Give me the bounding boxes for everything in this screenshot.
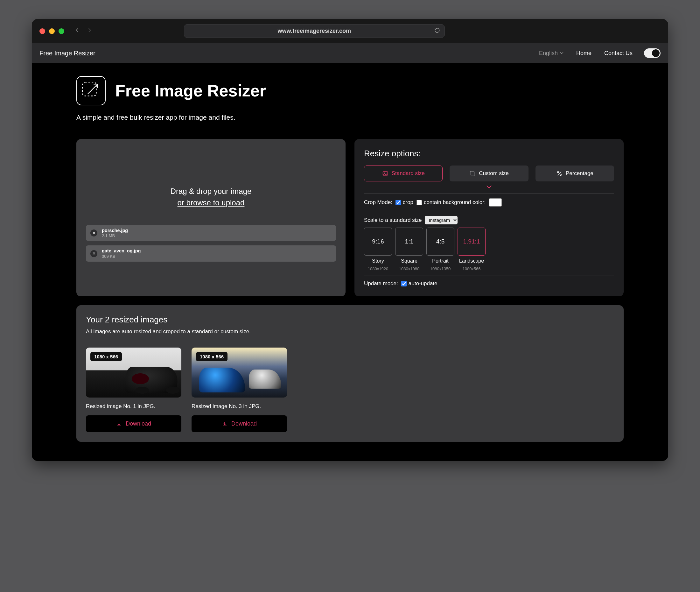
refresh-icon[interactable] [434,28,440,35]
window-minimize-button[interactable] [49,28,55,34]
file-name: porsche.jpg [102,228,128,233]
tab-label: Percentage [566,170,593,177]
ratio-label: Landscape [459,258,484,264]
ratio-dim: 1080x1080 [399,266,419,271]
tab-label: Custom size [479,170,509,177]
language-dropdown[interactable]: English [539,50,563,57]
svg-line-4 [557,171,561,176]
scale-select[interactable]: Instagram [425,216,457,225]
result-thumbnail: 1080 x 566 [86,348,181,398]
update-mode-label: Update mode: [364,281,398,287]
file-size: 309 KB [102,254,141,259]
browse-link[interactable]: or browse to upload [170,198,252,207]
crop-icon [469,170,476,177]
aspect-ratio-list: 9:16 Story 1080x1920 1:1 Square 1080x108… [364,228,614,271]
ratio-button[interactable]: 4:5 [426,228,454,256]
nav-forward-button[interactable] [87,28,92,35]
contain-checkbox[interactable]: contain background color: [417,199,486,206]
file-size: 2.1 MB [102,233,128,238]
download-icon [222,421,227,427]
drop-zone[interactable]: Drag & drop your image or browse to uplo… [170,187,252,207]
result-thumbnail: 1080 x 566 [192,348,287,398]
result-caption: Resized image No. 3 in JPG. [192,403,287,410]
auto-update-checkbox[interactable]: auto-update [401,281,437,287]
ratio-button[interactable]: 1:1 [395,228,423,256]
window-close-button[interactable] [40,28,45,34]
results-list: 1080 x 566 Resized image No. 1 in JPG. D… [86,348,614,432]
ratio-label: Square [401,258,418,264]
tab-percentage[interactable]: Percentage [536,165,614,182]
tab-label: Standard size [392,170,425,177]
ratio-button[interactable]: 9:16 [364,228,392,256]
results-heading: Your 2 resized images [86,315,614,325]
url-text: www.freeimageresizer.com [278,28,351,34]
page-title: Free Image Resizer [115,81,266,100]
size-mode-tabs: Standard size Custom size Percentage [364,165,614,182]
svg-point-6 [560,174,561,176]
language-label: English [539,50,558,57]
crop-mode-label: Crop Mode: [364,199,392,206]
ratio-landscape: 1.91:1 Landscape 1080x566 [457,228,486,271]
nav-contact[interactable]: Contact Us [604,50,633,57]
nav-back-button[interactable] [74,28,80,35]
svg-point-5 [557,171,559,173]
download-button[interactable]: Download [86,415,181,432]
nav-home[interactable]: Home [576,50,592,57]
dimension-badge: 1080 x 566 [90,352,122,361]
toggle-knob [652,49,660,57]
theme-toggle[interactable] [644,48,660,58]
ratio-portrait: 4:5 Portrait 1080x1350 [426,228,454,271]
image-icon [382,170,388,177]
scale-label: Scale to a standard size [364,217,422,224]
download-icon [116,421,122,427]
hero: Free Image Resizer [76,76,624,105]
browser-window: www.freeimageresizer.com Free Image Resi… [32,19,668,461]
auto-update-label: auto-update [409,281,437,287]
results-card: Your 2 resized images All images are aut… [76,305,624,442]
app-logo [76,76,106,105]
file-list: ✕ porsche.jpg 2.1 MB ✕ gate_aven_og.jpg … [86,225,336,262]
file-item: ✕ gate_aven_og.jpg 309 KB [86,245,336,261]
background-color-picker[interactable] [489,198,502,207]
results-sub: All images are auto resized and croped t… [86,329,614,335]
dimension-badge: 1080 x 566 [196,352,227,361]
auto-update-checkbox-input[interactable] [401,281,407,287]
ratio-label: Portrait [432,258,449,264]
page-content: Free Image Resizer A simple and free bul… [32,63,668,461]
ratio-dim: 1080x1920 [368,266,388,271]
download-label: Download [231,421,257,427]
file-item: ✕ porsche.jpg 2.1 MB [86,225,336,241]
crop-checkbox[interactable]: crop [395,199,413,206]
options-heading: Resize options: [364,149,614,158]
crop-mode-row: Crop Mode: crop contain background color… [364,198,614,207]
brand-text: Free Image Resizer [40,50,96,57]
update-mode-row: Update mode: auto-update [364,281,614,287]
tab-standard-size[interactable]: Standard size [364,165,443,182]
url-bar[interactable]: www.freeimageresizer.com [184,24,445,38]
result-item: 1080 x 566 Resized image No. 3 in JPG. D… [192,348,287,432]
result-item: 1080 x 566 Resized image No. 1 in JPG. D… [86,348,181,432]
contain-label: contain background color: [424,199,486,206]
chevron-down-icon [560,52,563,54]
remove-file-button[interactable]: ✕ [90,250,97,257]
scale-row: Scale to a standard size Instagram [364,216,614,225]
ratio-story: 9:16 Story 1080x1920 [364,228,392,271]
site-navbar: Free Image Resizer English Home Contact … [32,43,668,63]
browser-chrome: www.freeimageresizer.com [32,19,668,43]
file-name: gate_aven_og.jpg [102,248,141,254]
contain-checkbox-input[interactable] [417,200,422,205]
ratio-label: Story [372,258,384,264]
result-caption: Resized image No. 1 in JPG. [86,403,181,410]
drag-text: Drag & drop your image [170,187,252,195]
remove-file-button[interactable]: ✕ [90,230,97,237]
tab-custom-size[interactable]: Custom size [449,165,528,182]
ratio-dim: 1080x1350 [430,266,450,271]
download-label: Download [126,421,151,427]
traffic-lights [40,28,64,34]
crop-checkbox-input[interactable] [395,200,401,205]
upload-card[interactable]: Drag & drop your image or browse to uplo… [76,139,345,296]
window-zoom-button[interactable] [59,28,64,34]
crop-label: crop [403,199,413,206]
download-button[interactable]: Download [192,415,287,432]
ratio-button[interactable]: 1.91:1 [457,228,486,256]
